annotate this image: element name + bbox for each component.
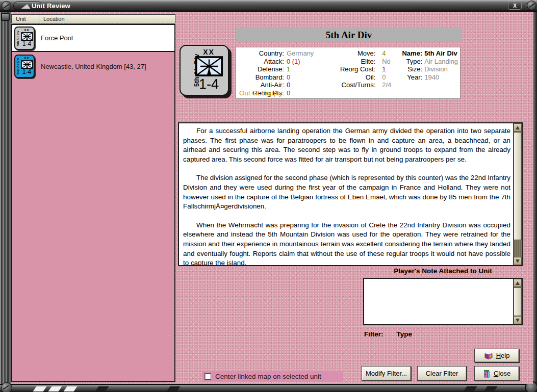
- help-button-label: Help: [496, 352, 510, 359]
- help-book-icon: [484, 352, 493, 359]
- close-button[interactable]: Close: [474, 366, 519, 381]
- note-scrollbar[interactable]: [513, 279, 522, 324]
- scrollbar-thumb[interactable]: [514, 288, 522, 316]
- close-button-label: Close: [494, 370, 510, 377]
- scroll-down-button[interactable]: [514, 257, 522, 265]
- filter-row: Filter:Type: [364, 330, 412, 338]
- supply-status-label: Out Of Supply: [239, 89, 283, 97]
- center-map-option: Center linked map on selected unit: [202, 371, 343, 382]
- stat-value: 0: [285, 81, 314, 89]
- filter-value: Type: [397, 330, 413, 338]
- unit-counter: 51st Air Div xx 1-4: [14, 55, 35, 78]
- screw-icon: [527, 1, 536, 10]
- clear-filter-button-label: Clear Filter: [426, 370, 458, 377]
- stat-value: 0: [285, 89, 314, 97]
- scroll-down-button[interactable]: [514, 316, 522, 324]
- counter-side-label: 51st Air Div: [16, 57, 19, 75]
- left-frame-rail: [0, 12, 11, 384]
- screw-icon: [1, 382, 12, 392]
- triangle-icon: [21, 4, 32, 9]
- stat-label: Size:: [396, 65, 422, 73]
- help-button[interactable]: Help: [474, 349, 519, 362]
- counter-side-label: 5th Air Div: [16, 29, 19, 47]
- counter-size-label: xx: [24, 28, 30, 32]
- unit-location-label: Newcastle, United Kingdom [43, 27]: [41, 63, 146, 70]
- description-paragraph: For a successful airborne landing operat…: [183, 126, 510, 164]
- unit-review-window: Unit Review X Unit Location 5th Air Div: [0, 0, 537, 392]
- air-landing-symbol-icon: [21, 32, 33, 41]
- stat-label: Reorg Cost:: [314, 65, 375, 73]
- content-area: Unit Location 5th Air Div xx: [11, 12, 533, 384]
- stat-label: Cost/Turns:: [314, 81, 375, 89]
- center-map-checkbox[interactable]: [204, 373, 211, 380]
- air-landing-symbol-icon: [21, 60, 33, 69]
- stat-label: Defense:: [238, 65, 284, 73]
- stat-label: Oil:: [314, 73, 375, 82]
- exit-door-icon: [483, 370, 491, 378]
- hazard-stripe-icon: [63, 386, 77, 391]
- bottom-frame-bar: [0, 384, 537, 392]
- window-title: Unit Review: [32, 2, 70, 10]
- list-item-newcastle[interactable]: 51st Air Div xx 1-4 N: [12, 52, 174, 81]
- stat-value: 5th Air Div: [422, 49, 458, 58]
- triangle-down-icon: [516, 319, 520, 322]
- scroll-up-button[interactable]: [514, 279, 522, 287]
- description-paragraph: The division assigned for the second pha…: [183, 173, 510, 211]
- close-window-button[interactable]: X: [508, 2, 522, 10]
- stat-value: Germany: [285, 49, 314, 58]
- hazard-stripe-icon: [48, 386, 62, 391]
- stat-value: Air Landing: [422, 58, 458, 66]
- air-landing-symbol-icon: [195, 56, 223, 76]
- modify-filter-button[interactable]: Modify Filter...: [362, 366, 411, 381]
- stat-value: 0: [380, 73, 396, 82]
- stat-label: Name:: [396, 49, 422, 58]
- hazard-stripe-icon: [33, 386, 46, 391]
- rail-knob-icon: [1, 13, 10, 21]
- description-scrollbar[interactable]: [513, 123, 522, 265]
- stat-label: Elite:: [314, 58, 375, 66]
- stat-value: 4: [380, 49, 396, 58]
- filter-label: Filter:: [364, 330, 383, 338]
- unit-description-panel: For a successful airborne landing operat…: [178, 122, 523, 266]
- unit-counter: 5th Air Div xx 1-4: [14, 27, 35, 50]
- unit-list: 5th Air Div xx 1-4 Fo: [11, 24, 175, 382]
- triangle-up-icon: [516, 126, 520, 129]
- counter-strength-label: 1-4: [22, 41, 31, 47]
- column-header-unit[interactable]: Unit: [12, 15, 39, 23]
- hazard-stripe-icon: [95, 386, 109, 391]
- stat-label: Type:: [396, 58, 422, 66]
- counter-strength-label: 1-4: [199, 76, 219, 92]
- stat-value: 0: [285, 73, 314, 82]
- selected-unit-counter: 5th Air Div XX 1-4: [180, 45, 229, 96]
- unit-stats-panel: Country: Germany Attack: 0 (1) Defense: …: [236, 47, 461, 99]
- center-map-checkbox-label: Center linked map on selected unit: [215, 373, 321, 380]
- hazard-stripe-icon: [483, 386, 497, 391]
- stat-label: Bombard:: [238, 73, 284, 82]
- stat-label: Country:: [238, 49, 284, 58]
- counter-size-label: XX: [203, 48, 215, 56]
- stat-value: 2/4: [380, 81, 396, 89]
- hazard-stripe-icon: [166, 386, 180, 391]
- scrollbar-thumb[interactable]: [514, 132, 522, 240]
- unit-name-header: 5th Air Div: [236, 28, 462, 42]
- counter-size-label: xx: [24, 56, 30, 60]
- counter-strength-label: 1-4: [22, 69, 31, 75]
- column-header-location[interactable]: Location: [39, 15, 175, 23]
- players-note-textarea[interactable]: [363, 278, 523, 325]
- triangle-up-icon: [516, 281, 520, 285]
- stat-label: Year:: [396, 73, 422, 82]
- scroll-up-button[interactable]: [514, 123, 522, 132]
- triangle-down-icon: [516, 259, 520, 263]
- stat-value: 1940: [422, 73, 458, 82]
- screw-icon: [2, 1, 11, 11]
- unit-description-text: For a successful airborne landing operat…: [179, 123, 513, 265]
- title-bar[interactable]: Unit Review X: [0, 0, 537, 12]
- stat-value: 0 (1): [285, 58, 314, 66]
- stat-label: Anti-Air:: [238, 81, 284, 89]
- right-frame-rail: [533, 12, 537, 384]
- stat-value: Division: [422, 65, 458, 73]
- list-item-force-pool[interactable]: 5th Air Div xx 1-4 Fo: [12, 25, 174, 52]
- description-paragraph: When the Wehrmacht was preparing for the…: [183, 221, 510, 265]
- clear-filter-button[interactable]: Clear Filter: [417, 366, 467, 381]
- unit-list-header: Unit Location: [11, 14, 175, 23]
